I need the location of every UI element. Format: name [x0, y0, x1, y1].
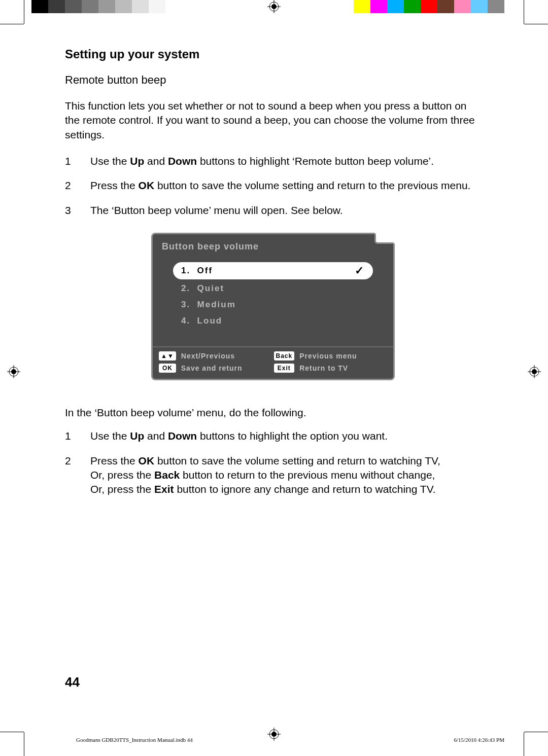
list-item-text: Use the Up and Down buttons to highlight…	[90, 429, 388, 443]
section-title: Setting up your system	[65, 47, 481, 61]
trim-mark	[524, 24, 548, 24]
legend-key-exit: Exit	[274, 364, 295, 373]
osd-option[interactable]: 1. Off✓	[173, 262, 373, 279]
osd-title: Button beep volume	[153, 234, 393, 258]
list-item-text: Press the OK button to save the volume s…	[90, 178, 470, 193]
intro-paragraph: This function lets you set whether or no…	[65, 99, 481, 142]
list-item-number: 3	[65, 203, 74, 218]
list-item: 1Use the Up and Down buttons to highligh…	[65, 154, 481, 168]
post-menu-paragraph: In the ‘Button beep volume’ menu, do the…	[65, 406, 481, 420]
legend-label-exit: Return to TV	[299, 364, 387, 372]
page-number: 44	[65, 674, 80, 690]
osd-menu: Button beep volume 1. Off✓2. Quiet3. Med…	[151, 233, 395, 380]
list-item: 2Press the OK button to save the volume …	[65, 454, 481, 497]
list-item-number: 1	[65, 429, 74, 443]
trim-mark	[24, 732, 24, 756]
osd-option-label: 1. Off	[181, 266, 213, 276]
trim-mark	[0, 732, 24, 732]
osd-option[interactable]: 4. Loud	[173, 314, 373, 328]
section-subtitle: Remote button beep	[65, 74, 481, 87]
steps-list-a: 1Use the Up and Down buttons to highligh…	[65, 154, 481, 218]
list-item-text: Press the OK button to save the volume s…	[90, 454, 440, 497]
registration-mark-icon	[267, 0, 281, 13]
check-icon: ✓	[355, 264, 365, 277]
trim-mark	[0, 24, 24, 24]
trim-mark	[24, 0, 24, 24]
registration-mark-icon	[267, 728, 281, 741]
list-item-number: 1	[65, 154, 74, 168]
legend-key-back: Back	[274, 351, 295, 361]
list-item: 3The ‘Button beep volume’ menu will open…	[65, 203, 481, 218]
osd-legend: ▲▼ Next/Previous Back Previous menu OK S…	[153, 346, 393, 379]
list-item-number: 2	[65, 178, 74, 193]
osd-option[interactable]: 3. Medium	[173, 298, 373, 312]
color-colorbar	[354, 0, 504, 13]
legend-label-back: Previous menu	[299, 352, 387, 360]
grayscale-colorbar	[31, 0, 182, 13]
legend-label-ok: Save and return	[181, 364, 269, 372]
registration-mark-icon	[528, 365, 541, 378]
osd-options: 1. Off✓2. Quiet3. Medium4. Loud	[153, 258, 393, 346]
list-item: 1Use the Up and Down buttons to highligh…	[65, 429, 481, 443]
list-item: 2Press the OK button to save the volume …	[65, 178, 481, 193]
osd-notch	[374, 233, 395, 244]
trim-mark	[524, 732, 548, 732]
list-item-text: Use the Up and Down buttons to highlight…	[90, 154, 434, 168]
list-item-text: The ‘Button beep volume’ menu will open.…	[90, 203, 343, 218]
page-content: Setting up your system Remote button bee…	[65, 47, 481, 512]
trim-mark	[524, 0, 524, 24]
registration-mark-icon	[7, 365, 20, 378]
legend-label-updown: Next/Previous	[181, 352, 269, 360]
print-footer-left: Goodmans GDB20TTS_Instruction Manual.ind…	[76, 737, 193, 743]
legend-key-updown: ▲▼	[159, 351, 176, 361]
list-item-number: 2	[65, 454, 74, 497]
legend-key-ok: OK	[159, 364, 176, 373]
trim-mark	[524, 732, 524, 756]
osd-option[interactable]: 2. Quiet	[173, 281, 373, 296]
steps-list-b: 1Use the Up and Down buttons to highligh…	[65, 429, 481, 496]
print-footer-right: 6/15/2010 4:26:43 PM	[454, 737, 504, 743]
